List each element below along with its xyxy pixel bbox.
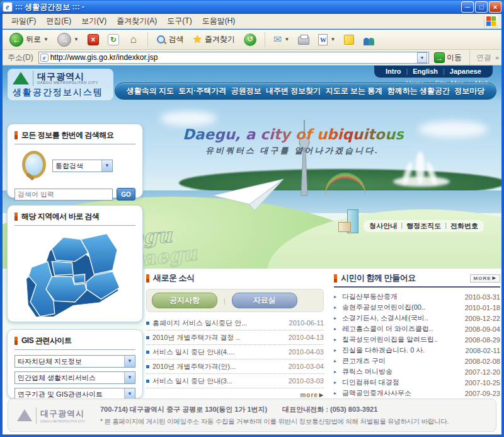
- favorites-button[interactable]: ★ 즐겨찾기: [190, 32, 238, 47]
- links-label[interactable]: 연결: [475, 52, 493, 63]
- footer-logo: 대구광역시 DAEGU METROPOLITAN CITY: [17, 407, 93, 424]
- citizen-item[interactable]: ▸ 송현주공성모어린이집(00.. 2010-01-18: [334, 302, 500, 313]
- menu-tools[interactable]: 도구(T): [162, 14, 197, 28]
- messenger-icon: [363, 34, 375, 45]
- toolbar: ← 뒤로 ▼ → ▼ × ↻ ⌂ 검색 ★ 즐겨찾기 ↺ ✉ ▼ W ▼: [3, 30, 501, 50]
- menu-help[interactable]: 도움말(H): [197, 14, 241, 28]
- nav-shared-space[interactable]: 함께하는 생활공간: [387, 86, 450, 96]
- back-dropdown-icon[interactable]: ▼: [43, 37, 49, 42]
- address-input-box: e ▼: [38, 52, 429, 64]
- nav-map-stats[interactable]: 지도로 보는 통계: [326, 86, 383, 96]
- maximize-button[interactable]: □: [475, 1, 488, 13]
- chevron-down-icon: ▼: [124, 356, 135, 367]
- tab-archive[interactable]: 자료실: [232, 293, 297, 308]
- bullet-icon: [146, 336, 149, 339]
- messenger-button[interactable]: [360, 33, 379, 47]
- back-button[interactable]: ← 뒤로 ▼: [6, 32, 52, 48]
- menu-view[interactable]: 보기(V): [76, 14, 112, 28]
- note-button[interactable]: [341, 33, 357, 46]
- go-button[interactable]: → 이동: [432, 52, 464, 64]
- news-item[interactable]: 2010년 개별주택가격 결정 .. 2010-04-13: [146, 330, 324, 345]
- citizen-item[interactable]: ▸ 진실을 다하겠습니다. 0 사. 2008-02-11: [334, 345, 500, 356]
- link-intro[interactable]: Intro: [386, 67, 401, 75]
- citizen-item[interactable]: ▸ 큰고개즈 구미 2008-02-08: [334, 356, 500, 366]
- link-japanese[interactable]: Japanese: [450, 67, 481, 75]
- citizen-item[interactable]: ▸ 다길산부동산중개 2010-03-31: [334, 291, 500, 302]
- nav-nearby-info[interactable]: 내주변 정보찾기: [266, 86, 321, 96]
- links-chevron-icon[interactable]: »: [495, 54, 499, 61]
- address-bar: 주소(D) e ▼ → 이동 연결 »: [3, 50, 501, 66]
- forward-button[interactable]: → ▼: [54, 32, 82, 48]
- citizen-item[interactable]: ▸ 레고홈스쿨이 더 와이즈클럽.. 2008-09-04: [334, 323, 500, 334]
- bullet-icon: ▸: [334, 358, 339, 364]
- news-more-link[interactable]: more ▶: [146, 392, 324, 399]
- bullet-icon: [146, 380, 149, 383]
- cloud: [418, 121, 488, 137]
- maximize-icon: □: [479, 3, 484, 11]
- search-box-title: 모든 정보를 한번에 검색해요: [21, 130, 114, 141]
- news-item[interactable]: 서비스 일시 중단 안내(3... 2010-03-03: [146, 374, 324, 388]
- home-button[interactable]: ⌂: [125, 33, 142, 47]
- page-content: 대구광역시 DAEGU METROPOLITAN CITY 생활공간정보시스템 …: [3, 66, 501, 434]
- unified-search-box: 모든 정보를 한번에 검색해요 통합검색 ▼ GO: [7, 124, 143, 198]
- citizen-item[interactable]: ▸ 큐릭스 머니방송 2007-12-20: [334, 366, 500, 377]
- gis-links-box: GIS 관련사이트 타자치단체 지도정보 ▼ 민간업체 생활지리서비스 ▼ 연구…: [7, 329, 143, 399]
- keyword-input[interactable]: [14, 189, 113, 201]
- link-english[interactable]: English: [413, 67, 438, 75]
- history-icon: ↺: [244, 33, 256, 46]
- mail-dropdown-icon[interactable]: ▼: [285, 37, 290, 42]
- gis-select-local-gov[interactable]: 타자치단체 지도정보 ▼: [14, 355, 135, 368]
- stop-button[interactable]: ×: [84, 33, 102, 47]
- refresh-button[interactable]: ↻: [105, 33, 122, 47]
- citizen-item[interactable]: ▸ 칠곡성도어린이집을 알려드립.. 2008-08-29: [334, 334, 500, 345]
- print-button[interactable]: [295, 33, 312, 46]
- link-phone-numbers[interactable]: 전화번호: [450, 221, 478, 231]
- citizen-more-button[interactable]: MORE ▶: [470, 274, 500, 283]
- more-arrow-icon: ▶: [319, 392, 324, 398]
- tab-notices[interactable]: 공지사항: [152, 293, 217, 308]
- bullet-icon: ▸: [334, 347, 339, 353]
- link-office-guide[interactable]: 청사안내: [369, 221, 397, 231]
- daegu-district-map[interactable]: [17, 230, 133, 317]
- edit-dropdown-icon[interactable]: ▼: [330, 37, 335, 42]
- edit-button[interactable]: W ▼: [315, 33, 338, 47]
- address-dropdown-icon[interactable]: ▼: [417, 52, 427, 63]
- hero-subline: 유비쿼터스 대구를 열어나가겠습니다.: [205, 145, 379, 156]
- news-item[interactable]: 2010년 개별주택가격(안)... 2010-03-04: [146, 359, 324, 374]
- nav-park-info[interactable]: 공원정보: [231, 86, 261, 96]
- bullet-icon: [146, 322, 149, 325]
- nav-land-price[interactable]: 토지·주택가격: [178, 86, 226, 96]
- site-logo[interactable]: 대구광역시 DAEGU METROPOLITAN CITY 생활공간정보시스템: [8, 69, 113, 100]
- nav-life-map[interactable]: 생활속의 지도: [127, 86, 174, 96]
- back-label: 뒤로: [26, 34, 41, 45]
- close-button[interactable]: ×: [489, 1, 501, 13]
- citizen-item[interactable]: ▸ 금맥공인중개사사무소 2007-09-23: [334, 388, 500, 399]
- minimize-button[interactable]: ─: [461, 1, 474, 13]
- citizen-item[interactable]: ▸ 소경기든사, 소경시세(국비.. 2009-12-22: [334, 313, 500, 323]
- address-input[interactable]: [50, 53, 417, 62]
- nav-info-plaza[interactable]: 정보마당: [454, 86, 484, 96]
- language-links: Intro| English| Japanese: [374, 66, 493, 78]
- gis-select-private[interactable]: 민간업체 생활지리서비스 ▼: [14, 371, 135, 384]
- footer-phone: 대표안내전화 : (053) 803-3921: [282, 405, 377, 414]
- news-item[interactable]: 서비스 일시 중단 안내(4.... 2010-04-03: [146, 345, 324, 359]
- footer-notice: * 본 홈페이지에 게시된 이메일주소 자동 수집을 거부하며 이를 위반시 정…: [100, 417, 487, 426]
- search-icon: [156, 35, 166, 45]
- history-button[interactable]: ↺: [241, 32, 260, 47]
- menu-file[interactable]: 파일(F): [6, 14, 41, 28]
- mail-button[interactable]: ✉ ▼: [270, 32, 292, 47]
- news-item[interactable]: 홈페이지 서비스 일시중단 안... 2010-06-11: [146, 316, 324, 330]
- link-org-chart[interactable]: 행정조직도: [406, 221, 441, 231]
- search-scope-select[interactable]: 통합검색 ▼: [52, 160, 113, 172]
- forward-dropdown-icon[interactable]: ▼: [74, 37, 79, 42]
- news-list: 홈페이지 서비스 일시중단 안... 2010-06-11 2010년 개별주택…: [146, 316, 324, 388]
- sidebar-go-button[interactable]: GO: [117, 188, 135, 201]
- menu-bar: 파일(F) 편집(E) 보기(V) 즐겨찾기(A) 도구(T) 도움말(H): [3, 14, 501, 29]
- toolbar-separator: [265, 32, 265, 47]
- menu-favorites[interactable]: 즐겨찾기(A): [112, 14, 162, 28]
- bullet-icon: ▸: [334, 390, 339, 396]
- search-button[interactable]: 검색: [153, 33, 187, 46]
- chevron-down-icon: ▼: [124, 372, 135, 383]
- menu-edit[interactable]: 편집(E): [41, 14, 76, 28]
- citizen-item[interactable]: ▸ 디인컴퓨터 대경점 2007-10-25: [334, 377, 500, 388]
